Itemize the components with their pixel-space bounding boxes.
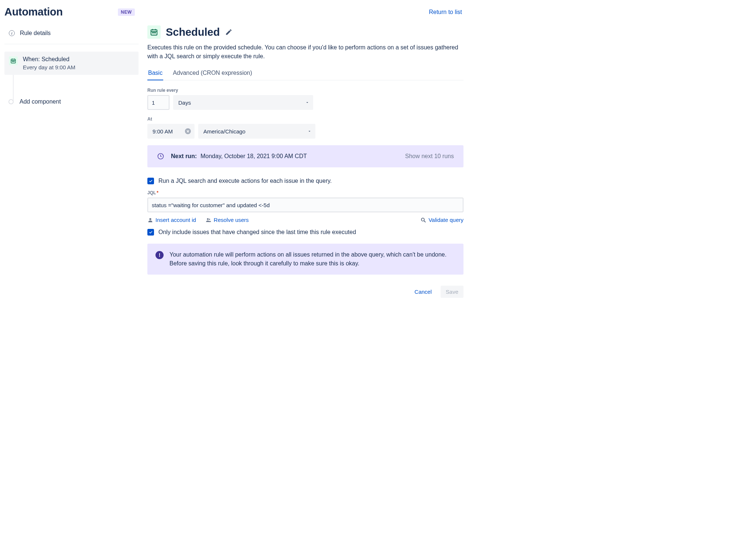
unit-select[interactable]: Days xyxy=(173,95,313,110)
time-input[interactable]: 9:00 AM xyxy=(147,124,195,139)
next-run-panel: Next run: Monday, October 18, 2021 9:00 … xyxy=(147,145,463,167)
svg-point-17 xyxy=(209,219,210,220)
resolve-users-link[interactable]: Resolve users xyxy=(206,217,249,223)
calendar-icon xyxy=(9,56,18,65)
unit-value: Days xyxy=(178,100,191,106)
svg-line-19 xyxy=(424,221,426,222)
clear-icon[interactable] xyxy=(185,128,191,134)
tab-advanced[interactable]: Advanced (CRON expression) xyxy=(172,67,253,80)
return-to-list-link[interactable]: Return to list xyxy=(429,9,462,15)
calendar-icon xyxy=(147,25,161,39)
run-every-label: Run rule every xyxy=(147,88,463,93)
save-button[interactable]: Save xyxy=(441,286,463,298)
timeline-connector xyxy=(13,75,14,101)
info-icon: ! xyxy=(155,251,164,259)
circle-icon xyxy=(8,99,14,104)
trigger-subtitle: Every day at 9:00 AM xyxy=(23,64,76,70)
svg-point-12 xyxy=(154,32,154,33)
chevron-down-icon xyxy=(307,129,312,133)
clock-icon xyxy=(157,153,164,160)
sidebar: Rule details When: Scheduled Every day a… xyxy=(0,25,143,305)
tab-basic[interactable]: Basic xyxy=(147,67,163,80)
cancel-button[interactable]: Cancel xyxy=(409,286,437,298)
at-label: At xyxy=(147,116,463,122)
pencil-icon[interactable] xyxy=(225,28,232,36)
chevron-down-icon xyxy=(305,100,309,105)
timezone-value: America/Chicago xyxy=(203,128,245,135)
svg-point-16 xyxy=(207,218,209,220)
main-panel: Scheduled Executes this rule on the prov… xyxy=(143,25,468,305)
component-title: Scheduled xyxy=(166,26,220,38)
svg-point-13 xyxy=(155,32,156,33)
only-changed-checkbox[interactable] xyxy=(147,229,154,236)
page-title: Automation xyxy=(4,6,63,18)
action-buttons: Cancel Save xyxy=(147,286,463,298)
trigger-title: When: Scheduled xyxy=(23,56,76,63)
validate-query-link[interactable]: Validate query xyxy=(420,217,463,223)
insert-account-id-link[interactable]: Insert account id xyxy=(147,217,196,223)
svg-point-4 xyxy=(12,61,13,62)
add-component-button[interactable]: Add component xyxy=(4,98,139,105)
jql-search-label: Run a JQL search and execute actions for… xyxy=(158,178,332,184)
show-next-runs-link[interactable]: Show next 10 runs xyxy=(405,153,454,160)
warning-panel: ! Your automation rule will perform acti… xyxy=(147,244,463,275)
divider xyxy=(4,44,139,44)
only-changed-label: Only include issues that have changed si… xyxy=(158,229,356,236)
add-component-label: Add component xyxy=(20,98,61,105)
info-icon xyxy=(9,30,15,36)
svg-point-11 xyxy=(152,32,153,33)
jql-search-checkbox[interactable] xyxy=(147,178,154,184)
new-badge: NEW xyxy=(118,8,135,16)
component-description: Executes this rule on the provided sched… xyxy=(147,43,463,61)
page-header: Automation NEW Return to list xyxy=(0,0,468,25)
jql-input[interactable] xyxy=(147,198,463,212)
timezone-select[interactable]: America/Chicago xyxy=(198,124,315,139)
rule-details-label: Rule details xyxy=(20,30,51,36)
rule-details-item[interactable]: Rule details xyxy=(4,25,139,41)
interval-input[interactable] xyxy=(147,95,169,110)
svg-point-15 xyxy=(149,218,151,220)
next-run-label: Next run: xyxy=(171,153,197,160)
svg-point-18 xyxy=(421,218,424,221)
jql-field-label: JQL* xyxy=(147,190,463,195)
tabs: Basic Advanced (CRON expression) xyxy=(147,67,463,80)
time-value: 9:00 AM xyxy=(153,128,173,135)
warning-text: Your automation rule will perform action… xyxy=(169,250,455,268)
next-run-value: Monday, October 18, 2021 9:00 AM CDT xyxy=(200,153,307,160)
svg-point-5 xyxy=(13,61,13,62)
svg-point-6 xyxy=(14,61,14,62)
trigger-card[interactable]: When: Scheduled Every day at 9:00 AM xyxy=(4,52,139,75)
